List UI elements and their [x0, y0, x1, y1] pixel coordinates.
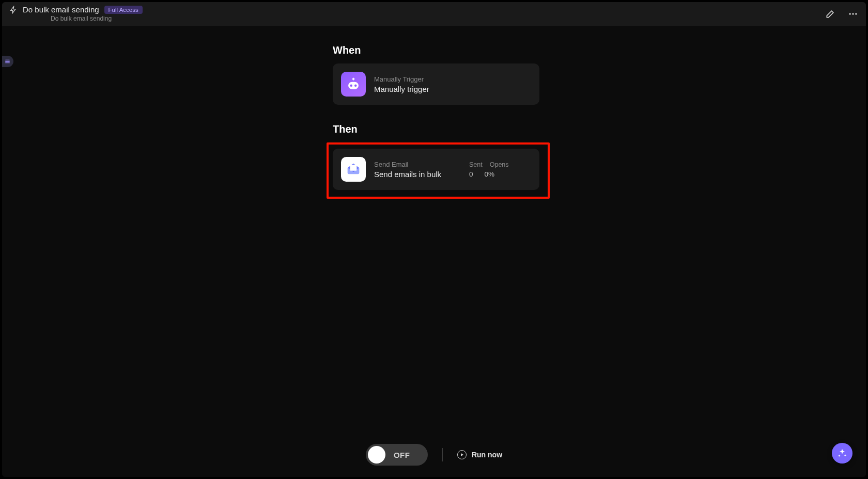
section-title-then: Then: [333, 123, 539, 135]
svg-point-4: [350, 85, 352, 87]
stat-label-sent: Sent: [469, 161, 483, 168]
mail-icon: [341, 157, 366, 182]
edit-icon[interactable]: [825, 8, 836, 20]
stat-value-sent: 0: [469, 170, 473, 178]
stat-label-opens: Opens: [490, 161, 509, 168]
svg-rect-3: [348, 82, 359, 89]
expand-side-panel-button[interactable]: [2, 56, 13, 67]
action-stats: Sent Opens 0 0%: [469, 161, 531, 178]
bottom-bar: OFF Run now: [2, 444, 866, 466]
section-title-when: When: [333, 44, 539, 56]
page-subtitle: Do bulk email sending: [51, 15, 143, 22]
enable-toggle[interactable]: OFF: [366, 444, 428, 466]
play-icon: [457, 450, 467, 459]
more-menu-icon[interactable]: [847, 8, 859, 20]
stat-value-opens: 0%: [485, 170, 495, 178]
svg-point-2: [855, 13, 857, 14]
trigger-card[interactable]: Manually Trigger Manually trigger: [333, 63, 539, 105]
action-card-send-email[interactable]: Send Email Send emails in bulk Sent Open…: [333, 149, 539, 190]
separator: [442, 448, 443, 461]
toggle-knob: [368, 446, 385, 464]
trigger-description: Manually trigger: [374, 85, 531, 93]
action-type-label: Send Email: [374, 161, 461, 168]
header-bar: Do bulk email sending Full Access Do bul…: [2, 2, 866, 26]
svg-point-1: [852, 13, 854, 14]
page-title: Do bulk email sending: [23, 5, 99, 14]
robot-icon: [341, 72, 366, 97]
access-badge: Full Access: [104, 6, 143, 14]
ai-assistant-fab[interactable]: [832, 443, 853, 464]
svg-point-5: [354, 85, 357, 87]
action-description: Send emails in bulk: [374, 170, 461, 179]
automation-bolt-icon: [9, 6, 18, 14]
svg-point-0: [849, 13, 851, 14]
toggle-state-label: OFF: [394, 451, 410, 459]
svg-rect-6: [350, 165, 357, 171]
trigger-type-label: Manually Trigger: [374, 75, 531, 83]
run-now-button[interactable]: Run now: [457, 450, 502, 459]
run-now-label: Run now: [472, 451, 502, 459]
automation-canvas: When Manually Trigger Manually trigger T: [2, 26, 866, 477]
